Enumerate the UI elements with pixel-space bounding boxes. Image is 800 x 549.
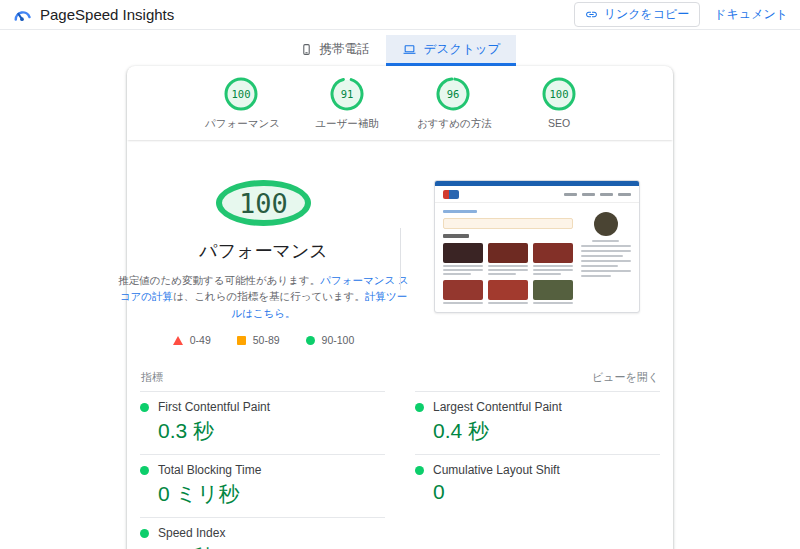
score-label: パフォーマンス xyxy=(205,117,277,131)
laptop-icon xyxy=(402,43,417,56)
tab-mobile-label: 携帯電話 xyxy=(320,41,370,58)
metrics-section: 指標 ビューを開く First Contentful Paint 0.3 秒 T… xyxy=(127,370,673,549)
metric-speed-index: Speed Index 0.7 秒 xyxy=(140,517,385,549)
score-accessibility[interactable]: 91 ユーザー補助 xyxy=(311,77,383,140)
desc-text: 推定値のため変動する可能性があります。 xyxy=(118,274,320,286)
score-label: SEO xyxy=(523,117,595,129)
pass-dot-icon xyxy=(415,466,424,475)
legend-fail: 0-49 xyxy=(173,334,211,346)
score-gauge: 100 xyxy=(224,77,258,111)
metric-value: 0 xyxy=(433,480,660,504)
phone-icon xyxy=(300,43,313,56)
metrics-heading: 指標 xyxy=(141,370,163,385)
metric-value: 0.7 秒 xyxy=(158,543,385,549)
thumb-body xyxy=(435,203,639,304)
copy-link-label: リンクをコピー xyxy=(604,6,690,23)
legend-range: 90-100 xyxy=(322,334,355,346)
score-performance[interactable]: 100 パフォーマンス xyxy=(205,77,277,140)
thumb-header xyxy=(435,186,639,203)
score-value: 96 xyxy=(436,77,470,111)
expand-view-link[interactable]: ビューを開く xyxy=(592,370,659,385)
docs-link[interactable]: ドキュメント xyxy=(714,6,788,23)
score-value: 100 xyxy=(224,77,258,111)
thumb-avatar xyxy=(594,212,618,236)
score-summary-strip: 100 パフォーマンス 91 ユーザー補助 96 おすすめの方 xyxy=(127,66,673,140)
page-title: PageSpeed Insights xyxy=(40,6,174,23)
performance-description: 推定値のため変動する可能性があります。パフォーマンス スコアの計算は、これらの指… xyxy=(118,272,410,321)
tab-desktop-label: デスクトップ xyxy=(424,41,501,58)
pass-dot-icon xyxy=(140,403,149,412)
performance-section: 100 パフォーマンス 推定値のため変動する可能性があります。パフォーマンス ス… xyxy=(127,140,673,346)
metric-value: 0.4 秒 xyxy=(433,417,660,445)
metric-name: Total Blocking Time xyxy=(158,463,261,477)
metric-name: Largest Contentful Paint xyxy=(433,400,562,414)
score-gauge: 91 xyxy=(330,77,364,111)
pass-dot-icon xyxy=(140,529,149,538)
metric-name: First Contentful Paint xyxy=(158,400,270,414)
thumb-site-logo xyxy=(443,190,459,199)
metric-value: 0.3 秒 xyxy=(158,417,385,445)
score-label: ユーザー補助 xyxy=(311,117,383,131)
metrics-left-column: First Contentful Paint 0.3 秒 Total Block… xyxy=(140,391,385,549)
metric-value: 0 ミリ秒 xyxy=(158,480,385,508)
performance-title: パフォーマンス xyxy=(199,239,328,263)
pass-dot-icon xyxy=(415,403,424,412)
metric-fcp: First Contentful Paint 0.3 秒 xyxy=(140,391,385,454)
page-screenshot-thumbnail[interactable] xyxy=(434,180,640,313)
score-seo[interactable]: 100 SEO xyxy=(523,77,595,140)
desc-text: は、これらの指標を基に行っています。 xyxy=(173,290,365,302)
metric-name: Cumulative Layout Shift xyxy=(433,463,560,477)
app-header: PageSpeed Insights リンクをコピー ドキュメント xyxy=(0,0,800,30)
score-value: 91 xyxy=(330,77,364,111)
metric-lcp: Largest Contentful Paint 0.4 秒 xyxy=(415,391,660,454)
metrics-right-column: Largest Contentful Paint 0.4 秒 Cumulativ… xyxy=(415,391,660,549)
thumb-notice-bar xyxy=(443,218,573,229)
tab-mobile[interactable]: 携帯電話 xyxy=(284,35,386,66)
red-triangle-icon xyxy=(173,336,183,345)
legend-range: 0-49 xyxy=(190,334,211,346)
legend-range: 50-89 xyxy=(253,334,280,346)
metric-name: Speed Index xyxy=(158,526,225,540)
performance-score: 100 xyxy=(239,188,288,219)
legend-pass: 90-100 xyxy=(306,334,355,346)
pass-dot-icon xyxy=(140,466,149,475)
tab-desktop[interactable]: デスクトップ xyxy=(386,35,517,66)
metric-cls: Cumulative Layout Shift 0 xyxy=(415,454,660,513)
metric-tbt: Total Blocking Time 0 ミリ秒 xyxy=(140,454,385,517)
thumb-nav xyxy=(564,193,631,196)
score-label: おすすめの方法 xyxy=(417,117,489,131)
score-gauge: 96 xyxy=(436,77,470,111)
score-legend: 0-49 50-89 90-100 xyxy=(173,334,355,346)
thumb-sidebar xyxy=(581,210,631,304)
thumb-article-grid xyxy=(443,243,573,304)
pagespeed-logo-icon xyxy=(12,5,32,25)
link-icon xyxy=(585,8,598,21)
report-card: 100 パフォーマンス 91 ユーザー補助 96 おすすめの方 xyxy=(127,66,673,549)
orange-square-icon xyxy=(237,336,246,345)
score-best-practices[interactable]: 96 おすすめの方法 xyxy=(417,77,489,140)
score-value: 100 xyxy=(542,77,576,111)
green-circle-icon xyxy=(306,336,315,345)
copy-link-button[interactable]: リンクをコピー xyxy=(574,2,701,27)
score-gauge: 100 xyxy=(542,77,576,111)
vertical-divider xyxy=(400,228,401,290)
performance-gauge: 100 xyxy=(216,180,311,226)
device-tabs: 携帯電話 デスクトップ xyxy=(0,35,800,66)
legend-average: 50-89 xyxy=(237,334,280,346)
thumb-main-column xyxy=(443,210,573,304)
